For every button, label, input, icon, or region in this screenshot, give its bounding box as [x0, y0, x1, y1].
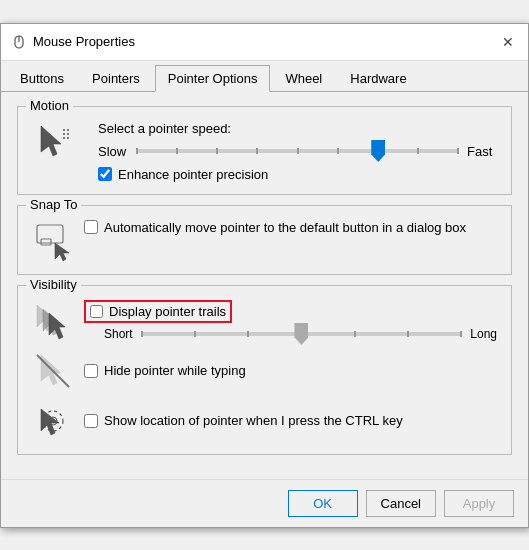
- footer: OK Cancel Apply: [1, 479, 528, 527]
- motion-icon: [32, 121, 74, 163]
- hide-typing-icon: [32, 350, 74, 392]
- window-title: Mouse Properties: [33, 34, 135, 49]
- show-location-checkbox[interactable]: [84, 414, 98, 428]
- slider-dot: [256, 148, 258, 154]
- snap-to-row: Automatically move pointer to the defaul…: [32, 220, 497, 262]
- trail-dot: [407, 331, 409, 337]
- short-label: Short: [104, 327, 133, 341]
- mouse-properties-window: Mouse Properties ✕ Buttons Pointers Poin…: [0, 23, 529, 528]
- svg-marker-8: [55, 243, 69, 261]
- speed-row: Slow: [98, 144, 497, 159]
- motion-title: Motion: [26, 98, 73, 113]
- slider-dot: [457, 148, 459, 154]
- trail-slider-track: [141, 332, 463, 336]
- trails-cursor-svg: [33, 301, 73, 341]
- hide-typing-checkbox[interactable]: [84, 364, 98, 378]
- snap-to-inner: Automatically move pointer to the defaul…: [32, 220, 497, 262]
- trails-content: Display pointer trails Short: [84, 300, 497, 341]
- trail-dot: [194, 331, 196, 337]
- speed-slider-thumb[interactable]: [371, 140, 385, 162]
- slider-dot: [216, 148, 218, 154]
- location-cursor-svg: [33, 401, 73, 441]
- svg-marker-2: [41, 126, 61, 156]
- trails-highlight-box: Display pointer trails: [84, 300, 232, 323]
- motion-section: Motion Select a pointer speed:: [17, 106, 512, 195]
- slider-dot: [337, 148, 339, 154]
- auto-move-label: Automatically move pointer to the defaul…: [104, 220, 466, 235]
- long-label: Long: [470, 327, 497, 341]
- speed-slider-track: [136, 149, 459, 153]
- hide-typing-checkbox-row: Hide pointer while typing: [84, 363, 246, 378]
- show-location-icon: [32, 400, 74, 442]
- precision-label: Enhance pointer precision: [118, 167, 268, 182]
- trails-checkbox[interactable]: [90, 305, 103, 318]
- tab-buttons[interactable]: Buttons: [7, 65, 77, 91]
- fast-label: Fast: [467, 144, 497, 159]
- snap-icon: [32, 220, 74, 262]
- trail-dot: [460, 331, 462, 337]
- slow-label: Slow: [98, 144, 128, 159]
- snap-to-section: Snap To Automatically move pointer to th…: [17, 205, 512, 275]
- snap-cursor-svg: [33, 221, 73, 261]
- visibility-inner: Display pointer trails Short: [32, 300, 497, 442]
- hide-cursor-svg: [33, 351, 73, 391]
- show-location-checkbox-row: Show location of pointer when I press th…: [84, 413, 403, 428]
- tab-hardware[interactable]: Hardware: [337, 65, 419, 91]
- trails-row: Display pointer trails Short: [32, 300, 497, 342]
- motion-inner: Select a pointer speed: Slow: [32, 121, 497, 182]
- motion-controls: Select a pointer speed: Slow: [98, 121, 497, 182]
- trail-dot: [141, 331, 143, 337]
- cancel-button[interactable]: Cancel: [366, 490, 436, 517]
- title-bar-left: Mouse Properties: [11, 34, 135, 50]
- trails-icon: [32, 300, 74, 342]
- mouse-icon: [11, 34, 27, 50]
- svg-marker-11: [49, 313, 65, 339]
- trail-dot: [247, 331, 249, 337]
- ok-button[interactable]: OK: [288, 490, 358, 517]
- precision-row: Enhance pointer precision: [98, 167, 497, 182]
- snap-to-checkbox[interactable]: [84, 220, 98, 234]
- slider-dot: [136, 148, 138, 154]
- speed-label: Select a pointer speed:: [98, 121, 497, 136]
- tab-pointers[interactable]: Pointers: [79, 65, 153, 91]
- slider-dot: [297, 148, 299, 154]
- precision-checkbox[interactable]: [98, 167, 112, 181]
- close-button[interactable]: ✕: [498, 32, 518, 52]
- tab-bar: Buttons Pointers Pointer Options Wheel H…: [1, 61, 528, 92]
- show-location-label: Show location of pointer when I press th…: [104, 413, 403, 428]
- trails-label: Display pointer trails: [109, 304, 226, 319]
- hide-typing-row: Hide pointer while typing: [32, 350, 497, 392]
- trail-slider-thumb[interactable]: [294, 323, 308, 345]
- trail-dot: [354, 331, 356, 337]
- snap-to-title: Snap To: [26, 197, 81, 212]
- title-bar: Mouse Properties ✕: [1, 24, 528, 61]
- visibility-title: Visibility: [26, 277, 81, 292]
- content-area: Motion Select a pointer speed:: [1, 92, 528, 479]
- tab-pointer-options[interactable]: Pointer Options: [155, 65, 271, 92]
- trail-slider-row: Short: [104, 327, 497, 341]
- visibility-section: Visibility Display pointer t: [17, 285, 512, 455]
- auto-move-row: Automatically move pointer to the defaul…: [84, 220, 466, 235]
- slider-dot: [417, 148, 419, 154]
- cursor-motion-svg: [33, 122, 73, 162]
- slider-dot: [176, 148, 178, 154]
- apply-button[interactable]: Apply: [444, 490, 514, 517]
- tab-wheel[interactable]: Wheel: [272, 65, 335, 91]
- svg-rect-7: [41, 239, 51, 245]
- show-location-row: Show location of pointer when I press th…: [32, 400, 497, 442]
- slider-dots: [136, 148, 459, 154]
- hide-typing-label: Hide pointer while typing: [104, 363, 246, 378]
